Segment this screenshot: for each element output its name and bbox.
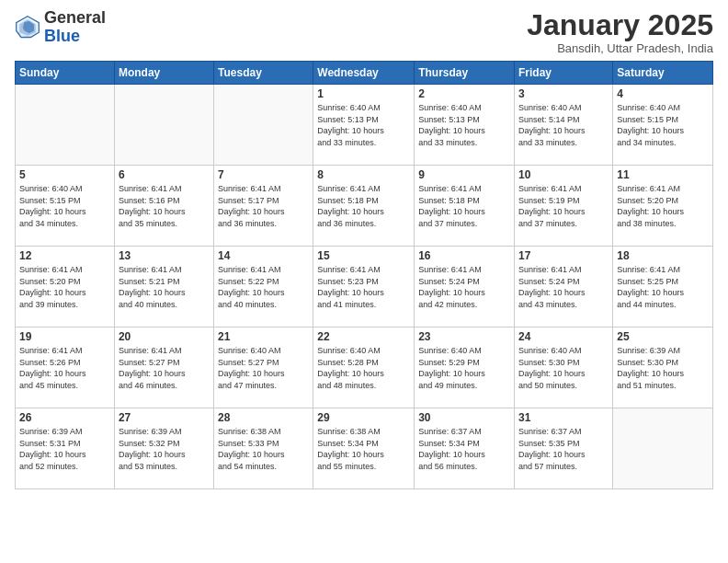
calendar-cell: 20Sunrise: 6:41 AM Sunset: 5:27 PM Dayli… xyxy=(114,327,213,408)
calendar-week-row: 1Sunrise: 6:40 AM Sunset: 5:13 PM Daylig… xyxy=(16,85,713,166)
day-info: Sunrise: 6:41 AM Sunset: 5:24 PM Dayligh… xyxy=(418,264,510,310)
day-info: Sunrise: 6:41 AM Sunset: 5:21 PM Dayligh… xyxy=(119,264,210,310)
page: General Blue January 2025 Bansdih, Uttar… xyxy=(0,0,728,563)
calendar-cell: 2Sunrise: 6:40 AM Sunset: 5:13 PM Daylig… xyxy=(415,85,515,166)
day-info: Sunrise: 6:41 AM Sunset: 5:26 PM Dayligh… xyxy=(19,345,110,391)
day-number: 1 xyxy=(317,87,410,100)
day-info: Sunrise: 6:39 AM Sunset: 5:31 PM Dayligh… xyxy=(19,426,110,472)
logo-general: General xyxy=(44,8,106,27)
day-info: Sunrise: 6:41 AM Sunset: 5:25 PM Dayligh… xyxy=(617,264,709,310)
day-number: 3 xyxy=(518,87,609,100)
calendar-cell: 10Sunrise: 6:41 AM Sunset: 5:19 PM Dayli… xyxy=(515,166,613,247)
calendar-week-row: 26Sunrise: 6:39 AM Sunset: 5:31 PM Dayli… xyxy=(16,408,713,489)
day-info: Sunrise: 6:40 AM Sunset: 5:28 PM Dayligh… xyxy=(317,345,410,391)
calendar-cell: 28Sunrise: 6:38 AM Sunset: 5:33 PM Dayli… xyxy=(214,408,313,489)
day-info: Sunrise: 6:41 AM Sunset: 5:24 PM Dayligh… xyxy=(518,264,609,310)
day-number: 4 xyxy=(617,87,709,100)
day-number: 20 xyxy=(119,330,210,343)
calendar-cell: 25Sunrise: 6:39 AM Sunset: 5:30 PM Dayli… xyxy=(613,327,713,408)
day-number: 12 xyxy=(19,249,110,262)
day-number: 9 xyxy=(418,168,510,181)
day-info: Sunrise: 6:37 AM Sunset: 5:35 PM Dayligh… xyxy=(518,426,609,472)
day-number: 28 xyxy=(218,411,309,424)
day-info: Sunrise: 6:40 AM Sunset: 5:14 PM Dayligh… xyxy=(518,102,609,148)
logo-icon xyxy=(15,15,40,40)
day-number: 27 xyxy=(119,411,210,424)
day-number: 2 xyxy=(418,87,510,100)
day-number: 18 xyxy=(617,249,709,262)
calendar-cell: 31Sunrise: 6:37 AM Sunset: 5:35 PM Dayli… xyxy=(515,408,613,489)
calendar-week-row: 5Sunrise: 6:40 AM Sunset: 5:15 PM Daylig… xyxy=(16,166,713,247)
day-number: 15 xyxy=(317,249,410,262)
calendar-cell: 5Sunrise: 6:40 AM Sunset: 5:15 PM Daylig… xyxy=(16,166,115,247)
calendar-cell: 19Sunrise: 6:41 AM Sunset: 5:26 PM Dayli… xyxy=(16,327,115,408)
calendar-cell: 22Sunrise: 6:40 AM Sunset: 5:28 PM Dayli… xyxy=(313,327,415,408)
header: General Blue January 2025 Bansdih, Uttar… xyxy=(15,9,713,55)
day-info: Sunrise: 6:39 AM Sunset: 5:32 PM Dayligh… xyxy=(119,426,210,472)
calendar-body: 1Sunrise: 6:40 AM Sunset: 5:13 PM Daylig… xyxy=(16,85,713,489)
weekday-header: Friday xyxy=(515,62,613,85)
logo-text: General Blue xyxy=(44,9,106,46)
day-info: Sunrise: 6:40 AM Sunset: 5:13 PM Dayligh… xyxy=(317,102,410,148)
calendar-cell: 11Sunrise: 6:41 AM Sunset: 5:20 PM Dayli… xyxy=(613,166,713,247)
logo: General Blue xyxy=(15,9,106,46)
day-info: Sunrise: 6:41 AM Sunset: 5:27 PM Dayligh… xyxy=(119,345,210,391)
calendar-cell: 18Sunrise: 6:41 AM Sunset: 5:25 PM Dayli… xyxy=(613,247,713,327)
day-info: Sunrise: 6:40 AM Sunset: 5:27 PM Dayligh… xyxy=(218,345,309,391)
day-number: 23 xyxy=(418,330,510,343)
weekday-header: Thursday xyxy=(415,62,515,85)
day-info: Sunrise: 6:38 AM Sunset: 5:34 PM Dayligh… xyxy=(317,426,410,472)
calendar-cell xyxy=(16,85,115,166)
day-number: 16 xyxy=(418,249,510,262)
weekday-header: Wednesday xyxy=(313,62,415,85)
calendar-cell: 12Sunrise: 6:41 AM Sunset: 5:20 PM Dayli… xyxy=(16,247,115,327)
day-info: Sunrise: 6:41 AM Sunset: 5:20 PM Dayligh… xyxy=(617,183,709,229)
day-number: 21 xyxy=(218,330,309,343)
calendar-cell: 9Sunrise: 6:41 AM Sunset: 5:18 PM Daylig… xyxy=(415,166,515,247)
calendar-cell: 27Sunrise: 6:39 AM Sunset: 5:32 PM Dayli… xyxy=(114,408,213,489)
calendar-cell: 1Sunrise: 6:40 AM Sunset: 5:13 PM Daylig… xyxy=(313,85,415,166)
day-info: Sunrise: 6:40 AM Sunset: 5:30 PM Dayligh… xyxy=(518,345,609,391)
weekday-header: Sunday xyxy=(16,62,115,85)
day-number: 17 xyxy=(518,249,609,262)
month-title: January 2025 xyxy=(527,9,713,41)
day-number: 7 xyxy=(218,168,309,181)
title-area: January 2025 Bansdih, Uttar Pradesh, Ind… xyxy=(527,9,713,55)
weekday-header: Monday xyxy=(114,62,213,85)
day-number: 5 xyxy=(19,168,110,181)
day-info: Sunrise: 6:41 AM Sunset: 5:16 PM Dayligh… xyxy=(119,183,210,229)
day-info: Sunrise: 6:41 AM Sunset: 5:19 PM Dayligh… xyxy=(518,183,609,229)
day-info: Sunrise: 6:41 AM Sunset: 5:20 PM Dayligh… xyxy=(19,264,110,310)
calendar-cell: 15Sunrise: 6:41 AM Sunset: 5:23 PM Dayli… xyxy=(313,247,415,327)
calendar-week-row: 19Sunrise: 6:41 AM Sunset: 5:26 PM Dayli… xyxy=(16,327,713,408)
day-info: Sunrise: 6:37 AM Sunset: 5:34 PM Dayligh… xyxy=(418,426,510,472)
day-info: Sunrise: 6:40 AM Sunset: 5:13 PM Dayligh… xyxy=(418,102,510,148)
calendar-cell: 24Sunrise: 6:40 AM Sunset: 5:30 PM Dayli… xyxy=(515,327,613,408)
calendar-cell xyxy=(114,85,213,166)
calendar-cell xyxy=(613,408,713,489)
day-info: Sunrise: 6:40 AM Sunset: 5:29 PM Dayligh… xyxy=(418,345,510,391)
day-number: 24 xyxy=(518,330,609,343)
calendar-cell: 30Sunrise: 6:37 AM Sunset: 5:34 PM Dayli… xyxy=(415,408,515,489)
day-number: 29 xyxy=(317,411,410,424)
day-number: 8 xyxy=(317,168,410,181)
day-number: 31 xyxy=(518,411,609,424)
day-number: 19 xyxy=(19,330,110,343)
calendar-cell xyxy=(214,85,313,166)
calendar-cell: 26Sunrise: 6:39 AM Sunset: 5:31 PM Dayli… xyxy=(16,408,115,489)
day-number: 22 xyxy=(317,330,410,343)
calendar-cell: 8Sunrise: 6:41 AM Sunset: 5:18 PM Daylig… xyxy=(313,166,415,247)
location: Bansdih, Uttar Pradesh, India xyxy=(527,41,713,55)
calendar-cell: 17Sunrise: 6:41 AM Sunset: 5:24 PM Dayli… xyxy=(515,247,613,327)
day-info: Sunrise: 6:41 AM Sunset: 5:18 PM Dayligh… xyxy=(418,183,510,229)
calendar-cell: 13Sunrise: 6:41 AM Sunset: 5:21 PM Dayli… xyxy=(114,247,213,327)
day-info: Sunrise: 6:39 AM Sunset: 5:30 PM Dayligh… xyxy=(617,345,709,391)
day-number: 25 xyxy=(617,330,709,343)
day-info: Sunrise: 6:40 AM Sunset: 5:15 PM Dayligh… xyxy=(617,102,709,148)
calendar-cell: 21Sunrise: 6:40 AM Sunset: 5:27 PM Dayli… xyxy=(214,327,313,408)
day-number: 6 xyxy=(119,168,210,181)
logo-blue: Blue xyxy=(44,27,80,45)
calendar-cell: 4Sunrise: 6:40 AM Sunset: 5:15 PM Daylig… xyxy=(613,85,713,166)
calendar-cell: 16Sunrise: 6:41 AM Sunset: 5:24 PM Dayli… xyxy=(415,247,515,327)
calendar-cell: 23Sunrise: 6:40 AM Sunset: 5:29 PM Dayli… xyxy=(415,327,515,408)
